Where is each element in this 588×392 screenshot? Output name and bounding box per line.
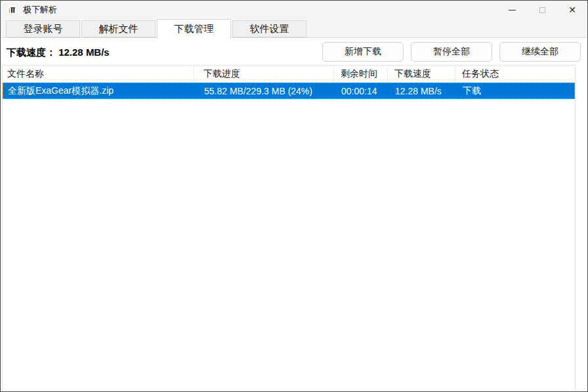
tab-label: 解析文件 xyxy=(99,23,138,35)
pause-all-button[interactable]: 暂停全部 xyxy=(411,42,492,62)
toolbar-buttons: 新增下载 暂停全部 继续全部 xyxy=(322,42,581,62)
column-header-remaining-time[interactable]: 剩余时间 xyxy=(334,66,388,83)
cell-speed: 12.28 MB/s xyxy=(388,83,456,98)
download-speed-readout: 下载速度： 12.28 MB/s xyxy=(7,47,110,59)
close-icon: ✕ xyxy=(568,5,576,14)
column-header-progress[interactable]: 下载进度 xyxy=(194,66,334,83)
app-window: 极下解析 ✕ 登录账号 解析文件 下载管理 软件设置 xyxy=(0,0,588,392)
tab-label: 软件设置 xyxy=(250,23,289,35)
minimize-icon xyxy=(509,10,516,10)
new-download-button[interactable]: 新增下载 xyxy=(322,42,404,62)
tab-label: 下载管理 xyxy=(175,23,214,35)
maximize-button[interactable] xyxy=(527,1,557,19)
cell-status: 下载 xyxy=(456,83,574,98)
downloads-listview: 文件名称 下载进度 剩余时间 下载速度 任务状态 全新版ExaGear模拟器.z… xyxy=(2,65,576,391)
tab-software-settings[interactable]: 软件设置 xyxy=(232,20,306,37)
download-manager-pane: 下载速度： 12.28 MB/s 新增下载 暂停全部 继续全部 文件名称 下载进… xyxy=(1,37,587,391)
column-header-status[interactable]: 任务状态 xyxy=(455,66,575,83)
tab-download-manager[interactable]: 下载管理 xyxy=(157,19,231,39)
minimize-button[interactable] xyxy=(497,1,527,19)
column-header-filename[interactable]: 文件名称 xyxy=(3,66,194,83)
download-speed-label: 下载速度： xyxy=(7,47,56,58)
close-button[interactable]: ✕ xyxy=(557,1,587,19)
cell-remaining-time: 00:00:14 xyxy=(335,83,388,98)
resume-all-button[interactable]: 继续全部 xyxy=(499,42,581,62)
app-logo-icon xyxy=(7,5,17,15)
tab-parse-file[interactable]: 解析文件 xyxy=(81,20,156,37)
window-title: 极下解析 xyxy=(23,4,57,16)
caption-controls: ✕ xyxy=(497,1,587,19)
download-speed-value: 12.28 MB/s xyxy=(58,47,110,58)
tab-login-account[interactable]: 登录账号 xyxy=(6,20,80,37)
cell-filename: 全新版ExaGear模拟器.zip xyxy=(3,83,195,98)
titlebar: 极下解析 ✕ xyxy=(1,1,587,19)
maximize-icon xyxy=(539,7,545,13)
tab-strip: 登录账号 解析文件 下载管理 软件设置 xyxy=(6,20,308,39)
column-header-speed[interactable]: 下载速度 xyxy=(388,66,455,83)
cell-progress: 55.82 MB/229.3 MB (24%) xyxy=(195,83,335,98)
listview-header: 文件名称 下载进度 剩余时间 下载速度 任务状态 xyxy=(3,66,575,83)
tab-label: 登录账号 xyxy=(24,23,63,35)
download-row-selected[interactable]: 全新版ExaGear模拟器.zip 55.82 MB/229.3 MB (24%… xyxy=(3,83,575,99)
